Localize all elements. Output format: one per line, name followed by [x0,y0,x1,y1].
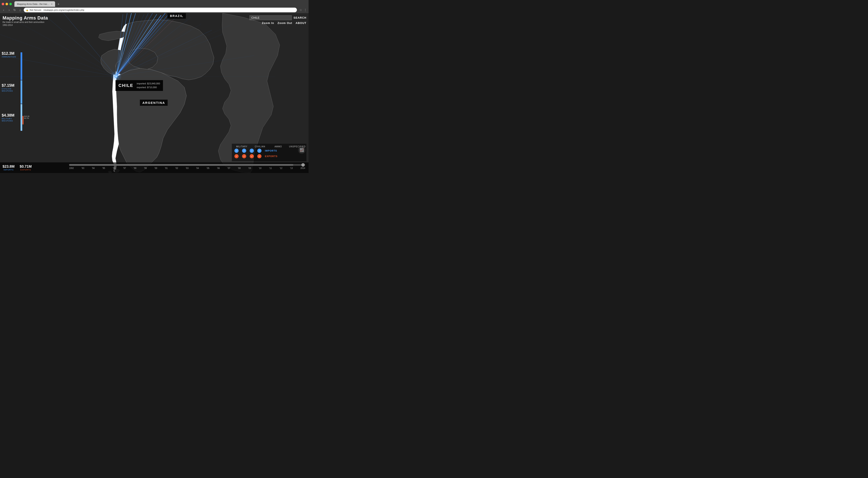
year-93: '93 [82,167,84,169]
ammo-label: AMMUNITION [2,56,16,58]
title-overlay: Mapping Arms Data the trade in small arm… [3,15,48,27]
legend-header-ammo: AMMO [271,145,286,148]
zoom-out-button[interactable]: Zoom Out [277,22,292,25]
url-text: nisatapps.prio.org/armsglobe/index.php [43,9,84,11]
timeline-fill [69,164,293,166]
timeline-labels: 1992 '93 '94 '95 '96 '97 '98 '99 '00 '01… [69,167,305,169]
home-button[interactable]: ⌂ [18,8,22,12]
maximize-button[interactable] [9,3,12,5]
ammo-imports-check[interactable]: ✓ [250,149,254,153]
military-stat: $4.38M MILITARYWEAPONS [0,113,23,122]
ammo-value: $12.3M [2,51,14,56]
legend-exports-row: ✓ ✓ ✓ ✓ EXPORTS [235,154,304,158]
year-09: '09 [248,167,251,169]
top-controls: SEARCH Zoom In Zoom Out ABOUT [249,15,306,25]
traffic-lights [2,3,12,5]
unspecified-imports-check[interactable]: ✓ [257,149,261,153]
argentina-label: ARGENTINA [140,100,167,106]
civilian-stat: $7.15M CIVILIANWEAPONS [0,83,23,92]
exports-legend-label: EXPORTS [265,155,278,157]
unspecified-exports-check[interactable]: ✓ [257,154,261,158]
close-button[interactable] [2,3,4,5]
exports-total: $0.71M EXPORTS [20,165,32,171]
year-12: '12 [280,167,282,169]
year-04: '04 [196,167,199,169]
security-label: Not Secure [30,9,41,11]
exports-total-value: $0.71M [20,165,32,169]
military-value: $4.38M [2,113,14,118]
military-imports-check[interactable]: ✓ [235,149,239,153]
search-input[interactable] [249,15,292,20]
year-08: '08 [238,167,241,169]
year-01: '01 [165,167,167,169]
lock-icon: 🔒 [26,9,28,11]
military-label: MILITARYWEAPONS [2,118,13,122]
tab-title: Mapping Arms Data - the trac... [17,3,49,5]
exports-total-label: EXPORTS [20,169,31,171]
tab-close-icon[interactable]: ✕ [51,3,53,5]
url-field[interactable]: 🔒 Not Secure nisatapps.prio.org/armsglob… [24,8,297,12]
year-06: '06 [217,167,220,169]
chile-exported: exported: $710,000 [137,86,160,89]
civilian-value: $7.15M [2,83,14,88]
military-exports-check[interactable]: ✓ [235,154,239,158]
new-tab-icon[interactable]: ＋ [57,2,60,6]
bookmark-icon[interactable]: ☆ [300,8,302,12]
imports-total-label: IMPORTS [3,169,13,171]
legend-header-military: MILITARY [235,145,249,148]
zoom-about-row: Zoom In Zoom Out ABOUT [262,22,306,25]
legend: MILITARY CIVILIAN AMMO UNSPECIFIED ✓ ✓ ✓… [232,144,306,161]
reload-button[interactable]: ↻ [13,8,17,12]
search-row: SEARCH [249,15,306,20]
civilian-label: CIVILIANWEAPONS [2,88,13,92]
year-97: '97 [123,167,126,169]
legend-headers: MILITARY CIVILIAN AMMO UNSPECIFIED [235,145,304,148]
year-11: '11 [269,167,272,169]
minimize-button[interactable] [5,3,8,5]
more-icon[interactable]: ⋮ [304,8,307,12]
year-03: '03 [186,167,188,169]
legend-imports-row: ✓ ✓ ✓ ✓ IMPORTS [235,149,304,153]
address-bar: ‹ › ↻ ⌂ 🔒 Not Secure nisatapps.prio.org/… [0,7,309,13]
year-99: '99 [144,167,147,169]
year-00: '00 [154,167,157,169]
civilian-imports-check[interactable]: ✓ [242,149,246,153]
year-05: '05 [207,167,209,169]
search-button[interactable]: SEARCH [293,16,306,19]
year-98: '98 [133,167,136,169]
legend-header-unspecified: UNSPECIFIED [289,145,304,148]
year-2014: 2014 [301,167,305,169]
brazil-label: BRAZIL [167,13,186,19]
year-1992: 1992 [69,167,74,169]
year-96: '96 [113,167,116,169]
zoom-in-button[interactable]: Zoom In [262,22,274,25]
browser-chrome: Mapping Arms Data - the trac... ✕ ＋ ‹ › … [0,0,309,13]
browser-tab[interactable]: Mapping Arms Data - the trac... ✕ [14,1,55,7]
chile-trade-stats: imported: $23,840,000 exported: $710,000 [137,82,160,89]
svg-point-35 [111,71,121,81]
timeline-thumb[interactable] [301,163,305,167]
imports-total: $23.8M IMPORTS [3,165,14,171]
timeline-track[interactable] [69,164,305,166]
imports-legend-label: IMPORTS [265,149,277,152]
about-button[interactable]: ABOUT [296,22,306,25]
app-title: Mapping Arms Data [3,15,48,21]
ammo-stat: $12.3M AMMUNITION [0,51,23,58]
ammo-exports-check[interactable]: ✓ [250,154,254,158]
civilian-exports-check[interactable]: ✓ [242,154,246,158]
chile-country-name: CHILE [119,83,133,88]
year-02: '02 [175,167,178,169]
bottom-totals: $23.8M IMPORTS $0.71M EXPORTS [0,162,66,173]
back-button[interactable]: ‹ [2,8,5,12]
year-10: '10 [259,167,261,169]
chile-tooltip: CHILE imported: $23,840,000 exported: $7… [116,80,163,91]
app-subtitle: the trade in small arms and their ammuni… [3,21,48,27]
legend-header-civilian: CIVILIAN [253,145,268,148]
timeline: 1992 '93 '94 '95 '96 '97 '98 '99 '00 '01… [66,162,309,173]
stats-panel: $12.3M AMMUNITION $7.15M CIVILIANWEAPONS… [0,51,23,126]
map-area[interactable]: Mapping Arms Data the trade in small arm… [0,13,309,173]
forward-button[interactable]: › [7,8,11,12]
mini-export-stats: $10.3K $0.7M [24,115,29,119]
chile-imported: imported: $23,840,000 [137,82,160,86]
imports-total-value: $23.8M [3,165,14,169]
